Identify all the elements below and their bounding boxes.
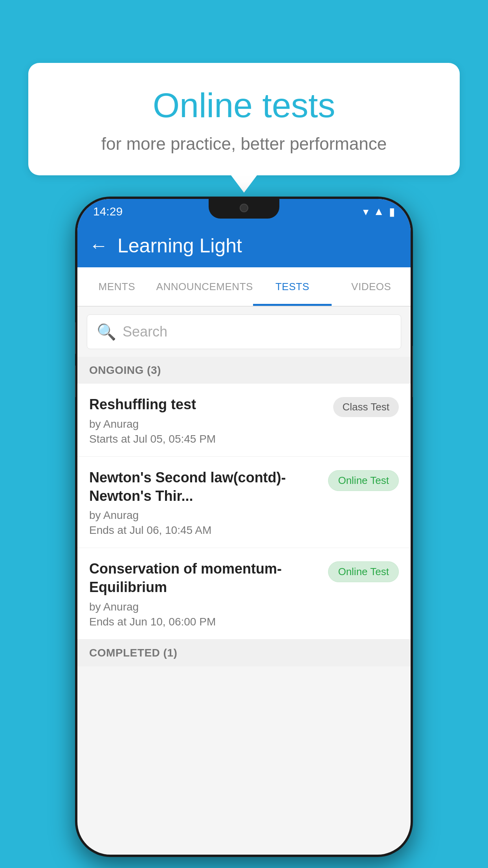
bubble-subtitle: for more practice, better performance [48,134,440,154]
back-button[interactable]: ← [89,236,108,255]
app-bar-title: Learning Light [117,234,242,257]
test-item-newton[interactable]: Newton's Second law(contd)-Newton's Thir… [77,457,411,548]
tab-ments[interactable]: MENTS [77,267,156,306]
test-name-reshuffling: Reshuffling test [89,395,327,414]
notch [209,199,279,219]
signal-icon: ▲ [373,205,384,218]
camera-icon [240,204,248,212]
test-date-reshuffling: Starts at Jul 05, 05:45 PM [89,433,327,445]
app-bar: ← Learning Light [77,224,411,267]
test-badge-reshuffling: Class Test [333,397,399,417]
phone: 14:29 ▾ ▲ ▮ ← Learning Light MENTS ANNOU… [75,197,413,857]
power-button[interactable] [412,346,413,397]
volume-down-button[interactable] [75,366,76,397]
test-badge-newton: Online Test [328,470,399,491]
volume-up-button[interactable] [75,322,76,354]
speech-bubble: Online tests for more practice, better p… [28,63,460,175]
search-input[interactable]: 🔍 Search [87,314,401,349]
wifi-icon: ▾ [363,205,369,218]
status-time: 14:29 [93,205,123,218]
status-icons: ▾ ▲ ▮ [363,205,395,218]
tab-videos[interactable]: VIDEOS [332,267,411,306]
test-badge-conservation: Online Test [328,561,399,582]
ongoing-section-header: ONGOING (3) [77,357,411,384]
phone-screen: 14:29 ▾ ▲ ▮ ← Learning Light MENTS ANNOU… [77,199,411,855]
test-item-reshuffling[interactable]: Reshuffling test by Anurag Starts at Jul… [77,384,411,457]
test-name-conservation: Conservation of momentum-Equilibrium [89,560,322,597]
test-item-conservation[interactable]: Conservation of momentum-Equilibrium by … [77,548,411,640]
bubble-title: Online tests [48,86,440,125]
test-author-reshuffling: by Anurag [89,418,327,430]
test-date-newton: Ends at Jul 06, 10:45 AM [89,524,322,537]
search-bar: 🔍 Search [77,307,411,357]
tabs-bar: MENTS ANNOUNCEMENTS TESTS VIDEOS [77,267,411,307]
test-date-conservation: Ends at Jun 10, 06:00 PM [89,616,322,628]
battery-icon: ▮ [389,205,395,218]
tab-tests[interactable]: TESTS [253,267,332,306]
test-name-newton: Newton's Second law(contd)-Newton's Thir… [89,469,322,506]
test-author-newton: by Anurag [89,509,322,522]
status-bar: 14:29 ▾ ▲ ▮ [77,199,411,224]
completed-section-header: COMPLETED (1) [77,640,411,666]
search-placeholder: Search [123,324,167,340]
test-author-conservation: by Anurag [89,601,322,613]
search-icon: 🔍 [97,323,116,341]
tab-announcements[interactable]: ANNOUNCEMENTS [156,267,253,306]
